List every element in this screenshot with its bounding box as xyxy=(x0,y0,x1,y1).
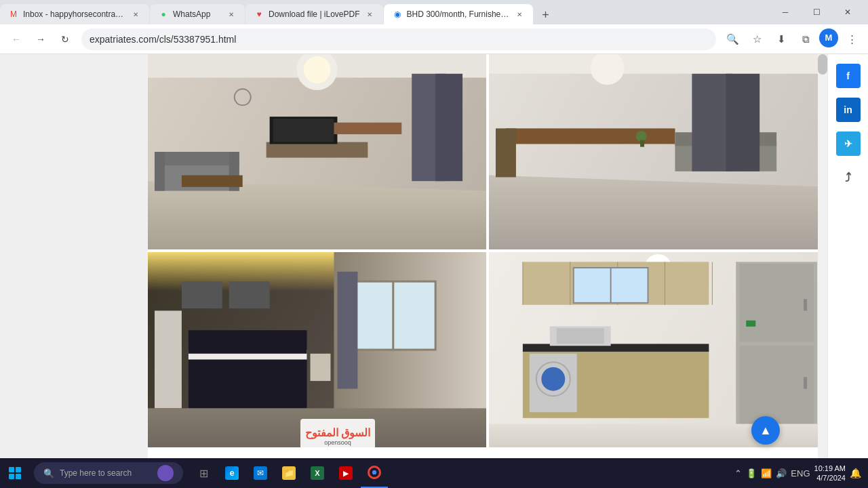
tray-lang[interactable]: ENG xyxy=(791,468,810,479)
system-clock[interactable]: 10:19 AM 4/7/2024 xyxy=(814,464,846,483)
linkedin-share-button[interactable]: in xyxy=(832,94,865,126)
back-to-top-button[interactable]: ▲ xyxy=(751,416,780,445)
folder-icon: 📁 xyxy=(282,466,296,480)
tab-gmail-close[interactable]: ✕ xyxy=(130,9,141,20)
facebook-icon-box: f xyxy=(836,64,861,88)
gmail-tab-icon: M xyxy=(8,9,19,20)
share-icon: ⤴ xyxy=(845,171,851,185)
edge-taskbar-button[interactable]: e xyxy=(218,458,245,488)
watermark-english-text: opensooq xyxy=(324,439,351,446)
nav-bar: ← → ↻ expatriates.com/cls/53387951.html … xyxy=(0,24,868,54)
file-explorer-button[interactable]: 📁 xyxy=(275,458,302,488)
left-space xyxy=(0,54,148,458)
taskview-button[interactable]: ⊞ xyxy=(190,458,217,488)
chrome-icon xyxy=(368,466,381,479)
minimize-button[interactable]: ─ xyxy=(770,2,800,22)
tab-expatriates-label: BHD 300/month, Furnished, 1 B... xyxy=(407,9,510,19)
tray-volume-icon[interactable]: 🔊 xyxy=(776,468,787,479)
mail-taskbar-button[interactable]: ✉ xyxy=(247,458,274,488)
title-bar: M Inbox - happyhorsecontracting ✕ ● What… xyxy=(0,0,868,24)
profile-avatar[interactable]: M xyxy=(819,28,838,47)
linkedin-icon-box: in xyxy=(836,98,861,122)
telegram-icon-box: ✈ xyxy=(836,131,861,156)
facebook-share-button[interactable]: f xyxy=(832,60,865,92)
tab-gmail-label: Inbox - happyhorsecontracting xyxy=(23,9,126,19)
tab-whatsapp-label: WhatsApp xyxy=(173,9,222,19)
cortana-avatar[interactable] xyxy=(157,465,174,481)
excel-taskbar-button[interactable]: X xyxy=(304,458,331,488)
notification-center-button[interactable]: 🔔 xyxy=(850,468,861,479)
windows-logo-icon xyxy=(9,467,21,479)
address-text: expatriates.com/cls/53387951.html xyxy=(90,34,708,45)
star-icon-button[interactable]: ☆ xyxy=(746,28,768,50)
expatriates-tab-icon: ◉ xyxy=(392,9,403,20)
content-wrapper: السوق المفتوح opensooq ▲ xyxy=(148,54,827,458)
photo-row-top xyxy=(148,54,827,249)
taskbar: 🔍 Type here to search ⊞ e ✉ 📁 xyxy=(0,458,868,488)
tab-whatsapp-close[interactable]: ✕ xyxy=(226,9,237,20)
close-button[interactable]: ✕ xyxy=(833,2,863,22)
tab-ilovepdf-label: Download file | iLovePDF xyxy=(269,9,360,19)
tab-ilovepdf[interactable]: ♥ Download file | iLovePDF ✕ xyxy=(245,4,383,24)
taskbar-search-icon: 🔍 xyxy=(43,468,54,479)
tray-expand-icon[interactable]: ⌃ xyxy=(734,468,742,479)
edge-icon: e xyxy=(225,466,239,480)
menu-button[interactable]: ⋮ xyxy=(841,28,863,50)
taskbar-apps: ⊞ e ✉ 📁 X ▶ xyxy=(187,458,391,488)
maximize-button[interactable]: ☐ xyxy=(802,2,831,22)
tray-icons-group: ⌃ 🔋 📶 🔊 ENG xyxy=(734,468,810,479)
chrome-taskbar-button[interactable] xyxy=(361,458,388,488)
linkedin-icon: in xyxy=(844,104,852,115)
tab-ilovepdf-close[interactable]: ✕ xyxy=(364,9,375,20)
app6-icon: ▶ xyxy=(339,466,353,480)
watermark-logo: السوق المفتوح opensooq xyxy=(300,419,375,453)
back-button[interactable]: ← xyxy=(5,28,27,50)
taskbar-search-text: Type here to search xyxy=(60,468,132,478)
tabs-container: M Inbox - happyhorsecontracting ✕ ● What… xyxy=(0,0,765,24)
app6-taskbar-button[interactable]: ▶ xyxy=(332,458,359,488)
main-content-area: السوق المفتوح opensooq ▲ xyxy=(148,54,827,458)
whatsapp-tab-icon: ● xyxy=(158,9,169,20)
scrollbar-thumb[interactable] xyxy=(818,54,827,75)
page-scrollbar[interactable] xyxy=(818,54,827,458)
opensooq-watermark: السوق المفتوح opensooq xyxy=(300,419,375,453)
photo-grid xyxy=(148,54,827,447)
new-tab-button[interactable]: + xyxy=(536,5,555,24)
photo-bedroom[interactable] xyxy=(148,252,486,447)
clock-date: 4/7/2024 xyxy=(816,473,846,483)
tray-network-icon[interactable]: 📶 xyxy=(761,468,772,479)
excel-icon: X xyxy=(311,466,324,480)
download-icon-button[interactable]: ⬇ xyxy=(770,28,792,50)
telegram-share-button[interactable]: ✈ xyxy=(832,127,865,160)
search-icon-button[interactable]: 🔍 xyxy=(722,28,743,50)
social-panel: f in ✈ ⤴ xyxy=(827,54,868,458)
ilovepdf-tab-icon: ♥ xyxy=(254,9,264,20)
nav-icons: 🔍 ☆ ⬇ ⧉ M ⋮ xyxy=(722,28,863,50)
clock-time: 10:19 AM xyxy=(814,464,846,473)
tab-expatriates[interactable]: ◉ BHD 300/month, Furnished, 1 B... ✕ xyxy=(384,4,533,24)
browser-frame: M Inbox - happyhorsecontracting ✕ ● What… xyxy=(0,0,868,488)
page-content: السوق المفتوح opensooq ▲ f xyxy=(0,54,868,458)
tab-whatsapp[interactable]: ● WhatsApp ✕ xyxy=(150,4,245,24)
tab-gmail[interactable]: M Inbox - happyhorsecontracting ✕ xyxy=(0,4,149,24)
tray-battery-icon[interactable]: 🔋 xyxy=(746,468,757,479)
photo-row-bottom xyxy=(148,252,827,447)
browser-tab-icon-button[interactable]: ⧉ xyxy=(795,28,816,50)
photo-kitchen[interactable] xyxy=(489,252,827,447)
start-button[interactable] xyxy=(0,458,30,488)
taskbar-search-bar[interactable]: 🔍 Type here to search xyxy=(34,462,183,484)
window-controls: ─ ☐ ✕ xyxy=(765,0,868,24)
photo-living-room-1[interactable] xyxy=(148,54,486,249)
watermark-arabic-text: السوق المفتوح xyxy=(305,426,370,439)
tab-expatriates-close[interactable]: ✕ xyxy=(514,9,525,20)
address-bar[interactable]: expatriates.com/cls/53387951.html xyxy=(81,28,716,50)
mail-icon: ✉ xyxy=(254,466,267,480)
taskview-icon: ⊞ xyxy=(199,467,208,480)
reload-button[interactable]: ↻ xyxy=(54,28,76,50)
forward-button[interactable]: → xyxy=(30,28,52,50)
facebook-icon: f xyxy=(846,70,850,81)
system-tray: ⌃ 🔋 📶 🔊 ENG 10:19 AM 4/7/2024 🔔 xyxy=(734,464,868,483)
general-share-button[interactable]: ⤴ xyxy=(832,161,865,194)
photo-living-room-2[interactable] xyxy=(489,54,827,249)
telegram-icon: ✈ xyxy=(844,138,852,149)
